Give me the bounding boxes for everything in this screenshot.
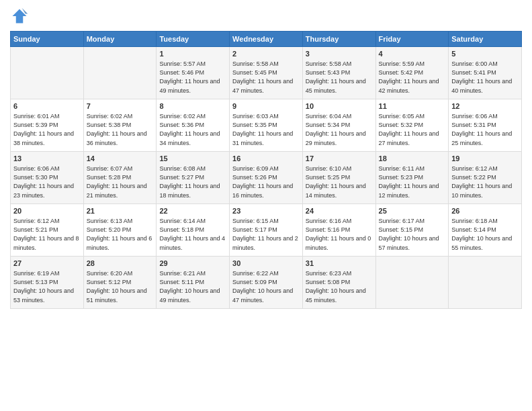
day-number: 16 [232,154,300,164]
weekday-header-wednesday: Wednesday [230,32,303,47]
day-number: 12 [451,101,519,111]
day-cell: 6Sunrise: 6:01 AM Sunset: 5:39 PM Daylig… [11,99,84,152]
day-info: Sunrise: 6:12 AM Sunset: 5:21 PM Dayligh… [13,217,81,252]
day-info: Sunrise: 6:22 AM Sunset: 5:09 PM Dayligh… [232,269,300,304]
day-info: Sunrise: 6:17 AM Sunset: 5:15 PM Dayligh… [379,217,446,252]
day-cell: 16Sunrise: 6:09 AM Sunset: 5:26 PM Dayli… [230,152,303,204]
day-cell: 17Sunrise: 6:10 AM Sunset: 5:25 PM Dayli… [302,152,375,204]
day-number: 19 [451,154,519,164]
day-cell: 12Sunrise: 6:06 AM Sunset: 5:31 PM Dayli… [449,99,522,152]
day-number: 27 [13,259,81,269]
day-info: Sunrise: 5:57 AM Sunset: 5:46 PM Dayligh… [159,60,226,95]
weekday-header-tuesday: Tuesday [157,32,230,47]
week-row-2: 6Sunrise: 6:01 AM Sunset: 5:39 PM Daylig… [11,99,522,152]
day-cell [375,257,449,309]
day-number: 20 [13,206,81,216]
day-info: Sunrise: 6:04 AM Sunset: 5:34 PM Dayligh… [306,112,373,147]
weekday-header-monday: Monday [83,32,157,47]
day-info: Sunrise: 6:16 AM Sunset: 5:16 PM Dayligh… [306,217,373,252]
day-cell: 28Sunrise: 6:20 AM Sunset: 5:12 PM Dayli… [83,257,157,309]
day-info: Sunrise: 6:01 AM Sunset: 5:39 PM Dayligh… [13,112,81,147]
day-info: Sunrise: 5:59 AM Sunset: 5:42 PM Dayligh… [379,60,446,95]
day-number: 3 [306,49,373,59]
day-cell: 10Sunrise: 6:04 AM Sunset: 5:34 PM Dayli… [302,99,375,152]
day-cell: 26Sunrise: 6:18 AM Sunset: 5:14 PM Dayli… [449,204,522,257]
day-info: Sunrise: 6:20 AM Sunset: 5:12 PM Dayligh… [87,269,154,304]
day-cell: 31Sunrise: 6:23 AM Sunset: 5:08 PM Dayli… [302,257,375,309]
logo [10,7,32,26]
day-cell: 2Sunrise: 5:58 AM Sunset: 5:45 PM Daylig… [230,47,303,99]
day-cell: 1Sunrise: 5:57 AM Sunset: 5:46 PM Daylig… [157,47,230,99]
week-row-1: 1Sunrise: 5:57 AM Sunset: 5:46 PM Daylig… [11,47,522,99]
day-info: Sunrise: 6:06 AM Sunset: 5:31 PM Dayligh… [451,112,519,147]
weekday-header-saturday: Saturday [449,32,522,47]
day-number: 24 [306,206,373,216]
day-cell [449,257,522,309]
day-number: 23 [232,206,300,216]
day-cell: 20Sunrise: 6:12 AM Sunset: 5:21 PM Dayli… [11,204,84,257]
day-info: Sunrise: 6:02 AM Sunset: 5:36 PM Dayligh… [159,112,226,147]
day-info: Sunrise: 6:23 AM Sunset: 5:08 PM Dayligh… [306,269,373,304]
day-info: Sunrise: 6:09 AM Sunset: 5:26 PM Dayligh… [232,165,300,199]
day-cell [11,47,84,99]
weekday-header-thursday: Thursday [302,32,375,47]
weekday-header-sunday: Sunday [11,32,84,47]
day-info: Sunrise: 6:15 AM Sunset: 5:17 PM Dayligh… [232,217,300,252]
page: SundayMondayTuesdayWednesdayThursdayFrid… [0,0,532,411]
day-cell: 5Sunrise: 6:00 AM Sunset: 5:41 PM Daylig… [449,47,522,99]
day-number: 17 [306,154,373,164]
day-number: 5 [451,49,519,59]
day-cell: 22Sunrise: 6:14 AM Sunset: 5:18 PM Dayli… [157,204,230,257]
day-number: 4 [379,49,446,59]
day-cell: 4Sunrise: 5:59 AM Sunset: 5:42 PM Daylig… [375,47,449,99]
week-row-4: 20Sunrise: 6:12 AM Sunset: 5:21 PM Dayli… [11,204,522,257]
day-cell: 27Sunrise: 6:19 AM Sunset: 5:13 PM Dayli… [11,257,84,309]
weekday-header-row: SundayMondayTuesdayWednesdayThursdayFrid… [11,32,522,47]
day-info: Sunrise: 6:07 AM Sunset: 5:28 PM Dayligh… [87,165,154,199]
day-number: 21 [87,206,154,216]
day-cell: 29Sunrise: 6:21 AM Sunset: 5:11 PM Dayli… [157,257,230,309]
day-info: Sunrise: 6:02 AM Sunset: 5:38 PM Dayligh… [87,112,154,147]
week-row-5: 27Sunrise: 6:19 AM Sunset: 5:13 PM Dayli… [11,257,522,309]
week-row-3: 13Sunrise: 6:06 AM Sunset: 5:30 PM Dayli… [11,152,522,204]
day-info: Sunrise: 6:03 AM Sunset: 5:35 PM Dayligh… [232,112,300,147]
header [10,7,522,26]
day-info: Sunrise: 5:58 AM Sunset: 5:45 PM Dayligh… [232,60,300,95]
day-cell: 7Sunrise: 6:02 AM Sunset: 5:38 PM Daylig… [83,99,157,152]
day-number: 25 [379,206,446,216]
day-number: 10 [306,101,373,111]
day-number: 8 [159,101,226,111]
weekday-header-friday: Friday [375,32,449,47]
day-info: Sunrise: 6:13 AM Sunset: 5:20 PM Dayligh… [87,217,154,252]
day-info: Sunrise: 6:21 AM Sunset: 5:11 PM Dayligh… [159,269,226,304]
day-cell: 15Sunrise: 6:08 AM Sunset: 5:27 PM Dayli… [157,152,230,204]
calendar-table: SundayMondayTuesdayWednesdayThursdayFrid… [10,31,522,309]
day-cell: 30Sunrise: 6:22 AM Sunset: 5:09 PM Dayli… [230,257,303,309]
day-cell: 3Sunrise: 5:58 AM Sunset: 5:43 PM Daylig… [302,47,375,99]
day-number: 29 [159,259,226,269]
day-number: 31 [306,259,373,269]
day-number: 13 [13,154,81,164]
day-info: Sunrise: 6:18 AM Sunset: 5:14 PM Dayligh… [451,217,519,252]
day-info: Sunrise: 6:08 AM Sunset: 5:27 PM Dayligh… [159,165,226,199]
day-cell: 18Sunrise: 6:11 AM Sunset: 5:23 PM Dayli… [375,152,449,204]
day-info: Sunrise: 5:58 AM Sunset: 5:43 PM Dayligh… [306,60,373,95]
day-number: 2 [232,49,300,59]
day-info: Sunrise: 6:14 AM Sunset: 5:18 PM Dayligh… [159,217,226,252]
day-number: 9 [232,101,300,111]
day-info: Sunrise: 6:05 AM Sunset: 5:32 PM Dayligh… [379,112,446,147]
day-info: Sunrise: 6:12 AM Sunset: 5:22 PM Dayligh… [451,165,519,199]
day-number: 7 [87,101,154,111]
day-cell: 13Sunrise: 6:06 AM Sunset: 5:30 PM Dayli… [11,152,84,204]
day-info: Sunrise: 6:06 AM Sunset: 5:30 PM Dayligh… [13,165,81,199]
day-cell: 23Sunrise: 6:15 AM Sunset: 5:17 PM Dayli… [230,204,303,257]
day-number: 15 [159,154,226,164]
day-cell: 21Sunrise: 6:13 AM Sunset: 5:20 PM Dayli… [83,204,157,257]
day-number: 1 [159,49,226,59]
day-info: Sunrise: 6:10 AM Sunset: 5:25 PM Dayligh… [306,165,373,199]
day-number: 30 [232,259,300,269]
day-number: 22 [159,206,226,216]
day-cell: 19Sunrise: 6:12 AM Sunset: 5:22 PM Dayli… [449,152,522,204]
day-cell [83,47,157,99]
logo-icon [10,7,29,26]
